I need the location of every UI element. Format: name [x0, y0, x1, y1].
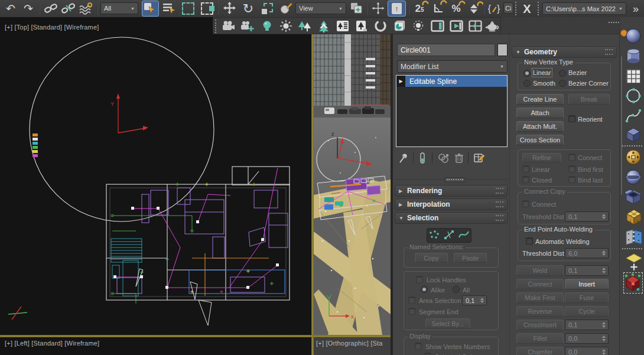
linear-checkbox[interactable] [522, 165, 529, 172]
stack-row-editable-spline[interactable]: ▶ Editable Spline [396, 76, 507, 87]
connect-copy-threshold-spinner[interactable]: 0,1 [565, 211, 609, 222]
viewport-orthographic[interactable]: z x [314, 34, 391, 335]
link-button[interactable] [43, 1, 59, 17]
keyboard-override-toggle[interactable]: ↑ [388, 1, 406, 17]
add-camera-button[interactable] [238, 19, 256, 34]
spinner-snap-button[interactable] [466, 1, 482, 17]
unlink-button[interactable] [60, 1, 77, 17]
plane-move-icon[interactable] [625, 252, 643, 273]
toolbar-grip[interactable] [538, 2, 539, 15]
grid-array-icon[interactable] [625, 67, 642, 86]
selected-only-checkbox[interactable] [424, 353, 431, 355]
display-panel-button[interactable] [428, 19, 446, 34]
select-by-name-button[interactable] [161, 1, 177, 17]
snap-toggle-button[interactable]: 25 [411, 1, 428, 17]
remove-modifier-button[interactable] [454, 152, 464, 165]
attach-button[interactable]: Attach [516, 108, 564, 118]
teapot-button[interactable] [483, 19, 501, 34]
area-selection-checkbox[interactable] [408, 297, 415, 304]
crossinsert-spinner[interactable]: 0,1 [565, 320, 609, 330]
fillet-button[interactable]: Fillet [516, 333, 564, 344]
select-place-button[interactable] [278, 1, 294, 17]
chamfer-spinner[interactable]: 0,0 [565, 347, 609, 355]
select-move-button[interactable] [221, 1, 238, 17]
rollout-geometry[interactable]: ▼Geometry [512, 46, 617, 58]
stack-expand-icon[interactable]: ▶ [396, 76, 405, 87]
open-box-icon[interactable] [625, 188, 642, 207]
segment-end-checkbox[interactable] [408, 308, 415, 315]
make-unique-button[interactable] [437, 152, 450, 165]
area-selection-spinner[interactable]: 0,1 [462, 295, 487, 305]
automatic-welding-checkbox[interactable] [526, 237, 533, 245]
bind-last-checkbox[interactable] [568, 176, 575, 183]
show-end-result-button[interactable] [418, 152, 427, 165]
rollout-interpolation[interactable]: ▶Interpolation [395, 198, 508, 210]
viewport-splitter-vertical[interactable] [311, 17, 314, 355]
weld-button[interactable]: Weld [516, 265, 564, 276]
named-sets-dropdown[interactable]: Ci [503, 2, 513, 14]
panel-splitter-grip[interactable] [444, 177, 466, 183]
box-icon[interactable] [625, 126, 642, 145]
cycle-button[interactable]: Cycle [565, 306, 609, 317]
closed-checkbox[interactable] [522, 176, 529, 183]
all-radio[interactable] [453, 286, 460, 293]
attach-mult-button[interactable]: Attach Mult. [516, 121, 564, 132]
connect-button[interactable]: Connect [516, 279, 564, 289]
tree-list-button[interactable] [334, 19, 352, 34]
select-manipulate-button[interactable] [370, 1, 386, 17]
segment-subobject-button[interactable] [443, 230, 455, 241]
mirror-button[interactable]: X [519, 1, 535, 17]
fuse-button[interactable]: Fuse [565, 292, 609, 303]
alike-radio[interactable] [421, 286, 428, 293]
insert-button[interactable]: Insert [565, 279, 609, 289]
fractured-cube-red-icon[interactable] [623, 272, 643, 294]
pivot-center-button[interactable] [349, 1, 365, 17]
fractured-cube-gold-icon[interactable] [625, 207, 643, 227]
paste-button[interactable]: Paste [454, 253, 487, 263]
bezier-corner-radio[interactable] [559, 80, 566, 87]
bind-spacewarp-button[interactable] [78, 1, 95, 17]
refine-button[interactable]: Refine [522, 153, 561, 162]
smooth-radio[interactable] [523, 80, 531, 87]
toolbar-overflow-button[interactable]: » [627, 1, 644, 17]
select-by-button[interactable]: Select By... [425, 318, 470, 328]
object-color-swatch[interactable] [497, 44, 508, 56]
reorient-checkbox[interactable] [568, 115, 575, 122]
lock-handles-checkbox[interactable] [416, 276, 423, 283]
break-button[interactable]: Break [568, 94, 610, 105]
toolbar-grip[interactable] [515, 2, 516, 15]
curve-spline-icon[interactable] [625, 106, 642, 125]
layers-button[interactable] [391, 19, 408, 34]
reference-coordinate-dropdown[interactable]: View▼ [295, 2, 346, 14]
light-gizmo-button[interactable] [409, 19, 427, 34]
viewport-top[interactable]: Y [0, 17, 311, 335]
redo-button[interactable]: ↷ [20, 1, 37, 17]
rollout-selection[interactable]: ▼Selection [395, 212, 508, 224]
panel-scrollbar[interactable] [621, 56, 622, 195]
modifier-stack[interactable]: ▶ Editable Spline [396, 75, 508, 147]
create-line-button[interactable]: Create Line [516, 94, 564, 105]
copy-button[interactable]: Copy [415, 253, 448, 263]
vertex-subobject-button[interactable] [428, 230, 440, 241]
viewport-top-label[interactable]: [+] [Top] [Standard] [Wireframe] [5, 24, 99, 31]
connect-copy-checkbox[interactable] [522, 200, 529, 207]
weld-threshold-spinner[interactable]: 6,0 [565, 248, 609, 258]
reverse-button[interactable]: Reverse [516, 306, 564, 317]
weld-spinner[interactable]: 0,1 [565, 265, 609, 276]
pin-stack-button[interactable] [398, 152, 409, 165]
object-name-field[interactable] [397, 44, 495, 56]
fillet-spinner[interactable]: 0,0 [565, 333, 609, 344]
grid-panel-button[interactable] [466, 19, 484, 34]
configure-modifier-sets-button[interactable] [473, 152, 485, 165]
tree-panel-button[interactable] [353, 19, 370, 34]
make-first-button[interactable]: Make First [516, 292, 564, 303]
sphere-icon[interactable] [625, 27, 642, 46]
tree-button[interactable] [315, 19, 333, 34]
gold-sphere-icon[interactable] [625, 148, 642, 167]
show-vertex-numbers-checkbox[interactable] [415, 343, 422, 350]
rectangular-region-button[interactable] [180, 1, 196, 17]
camera-button[interactable] [219, 19, 237, 34]
trees-button[interactable] [296, 19, 314, 34]
select-rotate-button[interactable]: ↻ [240, 1, 256, 17]
refine-connect-checkbox[interactable] [568, 154, 575, 161]
